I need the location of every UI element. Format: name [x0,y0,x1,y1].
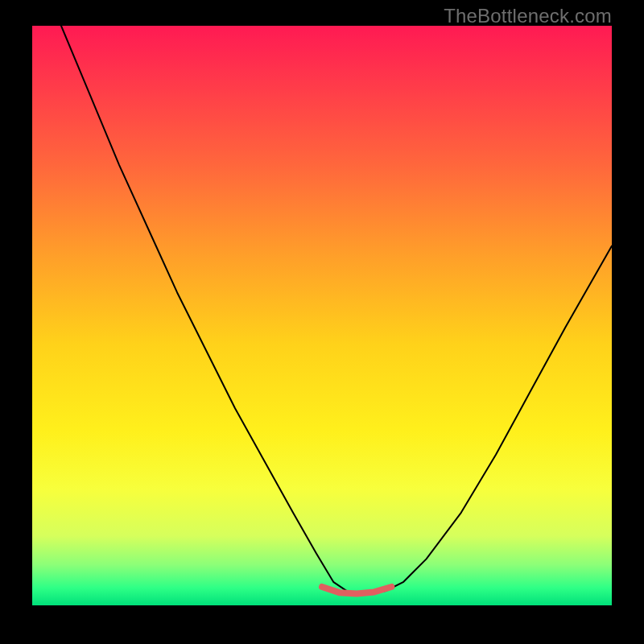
bottleneck-curve-path [61,26,612,594]
chart-frame: TheBottleneck.com [0,0,644,644]
highlight-segment-path [322,587,391,594]
plot-area [32,26,612,605]
watermark-text: TheBottleneck.com [444,5,612,27]
chart-svg [32,26,612,605]
